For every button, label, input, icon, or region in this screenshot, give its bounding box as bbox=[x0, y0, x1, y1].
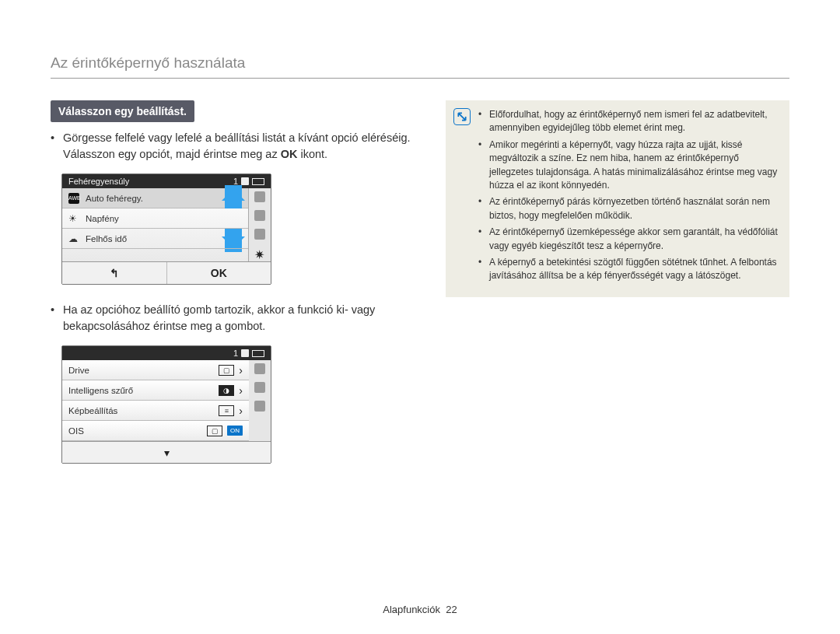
ok-button[interactable]: OK bbox=[167, 262, 271, 284]
note-item: •Előfordulhat, hogy az érintőképernyő ne… bbox=[478, 108, 779, 135]
camera-screenshot-settings: 1 Drive ▢› Intelligens szűrő ◑› bbox=[61, 345, 271, 464]
settings-row-ois[interactable]: OIS ▢ON bbox=[62, 421, 249, 441]
wb-row-daylight[interactable]: Napfény bbox=[62, 208, 248, 229]
side-icon-b2[interactable] bbox=[254, 382, 265, 393]
info-icon bbox=[453, 108, 471, 125]
info-note-box: •Előfordulhat, hogy az érintőképernyő ne… bbox=[446, 100, 789, 297]
settings-row-imageadjust[interactable]: Képbeállítás ≡› bbox=[62, 401, 249, 421]
wb-row-auto-label: Auto fehéregy. bbox=[86, 194, 143, 203]
settings-footer: ▾ bbox=[62, 441, 271, 463]
battery-icon bbox=[252, 178, 264, 185]
settings-counter: 1 bbox=[233, 349, 238, 358]
note-item: •A képernyő a betekintési szögtől függőe… bbox=[478, 256, 779, 283]
instruction-2: • Ha az opcióhoz beállító gomb tartozik,… bbox=[51, 302, 424, 335]
side-icon-b3[interactable] bbox=[254, 401, 265, 412]
settings-row-ois-label: OIS bbox=[68, 426, 84, 436]
cloud-icon bbox=[68, 233, 79, 244]
sun-icon bbox=[68, 213, 79, 224]
settings-row-imageadjust-label: Képbeállítás bbox=[68, 406, 117, 415]
side-icon-3[interactable] bbox=[254, 229, 265, 240]
wb-row-auto[interactable]: AWB Auto fehéregy. bbox=[62, 188, 248, 208]
on-badge[interactable]: ON bbox=[227, 426, 243, 436]
filter-value-icon: ◑ bbox=[219, 385, 234, 396]
instruction-1-pre: Görgesse felfelé vagy lefelé a beállítás… bbox=[63, 131, 411, 160]
side-icon-2[interactable] bbox=[254, 210, 265, 221]
chevron-right-icon: › bbox=[239, 405, 243, 417]
battery-icon-2 bbox=[252, 350, 264, 357]
side-icon-b1[interactable] bbox=[254, 363, 265, 374]
settings-row-drive-label: Drive bbox=[68, 366, 89, 375]
chevron-right-icon: › bbox=[239, 364, 243, 377]
ok-icon-inline: OK bbox=[281, 148, 298, 160]
memory-icon-2 bbox=[241, 349, 249, 357]
wb-row-cloudy[interactable]: Felhős idő bbox=[62, 229, 248, 249]
adjust-value-icon: ≡ bbox=[219, 405, 234, 416]
instruction-1: • Görgesse felfelé vagy lefelé a beállít… bbox=[51, 130, 424, 163]
page-footer: Alapfunkciók 22 bbox=[0, 604, 840, 615]
note-item: •Az érintőképernyő párás környezetben tö… bbox=[478, 195, 779, 222]
wb-title: Fehéregyensúly bbox=[68, 177, 129, 186]
instruction-1-post: ikont. bbox=[300, 148, 327, 160]
side-icon-4[interactable]: ✷ bbox=[254, 247, 265, 258]
section-subheader: Válasszon egy beállítást. bbox=[51, 100, 194, 122]
instruction-2-text: Ha az opcióhoz beállító gomb tartozik, a… bbox=[63, 302, 424, 335]
wb-row-daylight-label: Napfény bbox=[86, 214, 119, 223]
settings-row-drive[interactable]: Drive ▢› bbox=[62, 360, 249, 380]
note-item: •Amikor megérinti a képernyőt, vagy húzz… bbox=[478, 138, 779, 193]
arrow-up-icon bbox=[225, 185, 242, 208]
back-button[interactable]: ↰ bbox=[62, 262, 167, 284]
footer-section: Alapfunkciók bbox=[383, 604, 440, 615]
drive-value-icon: ▢ bbox=[219, 365, 234, 376]
side-icon-1[interactable] bbox=[254, 191, 265, 202]
footer-page-number: 22 bbox=[446, 604, 457, 615]
awb-icon: AWB bbox=[68, 193, 79, 204]
ois-value-icon: ▢ bbox=[207, 426, 222, 436]
camera-screenshot-wb: Fehéregyensúly 1 AWB Auto fehéregy. Napf… bbox=[61, 173, 271, 285]
note-item: •Az érintőképernyő üzemképessége akkor s… bbox=[478, 226, 779, 253]
chevron-right-icon: › bbox=[239, 384, 243, 397]
chevron-down-icon[interactable]: ▾ bbox=[164, 447, 170, 459]
settings-row-smartfilter[interactable]: Intelligens szűrő ◑› bbox=[62, 380, 249, 401]
wb-row-cloudy-label: Felhős idő bbox=[86, 234, 127, 243]
settings-row-smartfilter-label: Intelligens szűrő bbox=[68, 386, 133, 395]
page-title: Az érintőképernyő használata bbox=[51, 54, 789, 79]
